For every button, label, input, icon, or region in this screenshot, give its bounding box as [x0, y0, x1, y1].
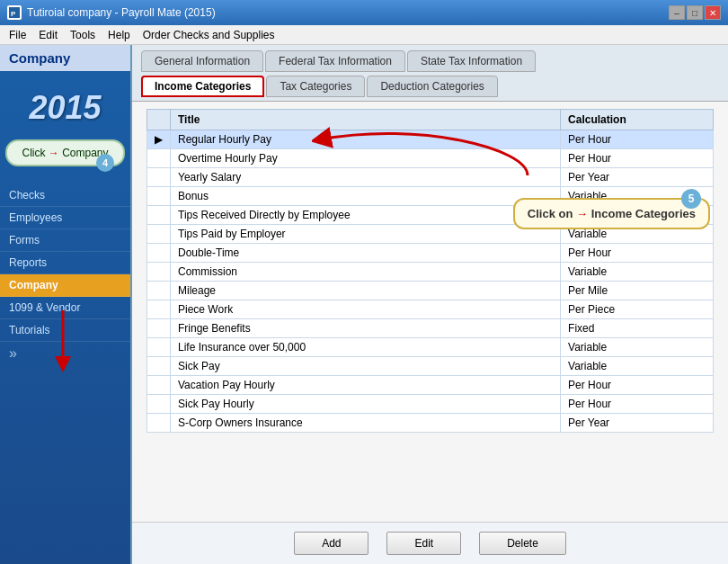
- sidebar-item-1099[interactable]: 1099 & Vendor: [0, 297, 130, 319]
- delete-button[interactable]: Delete: [479, 532, 566, 555]
- menu-tools[interactable]: Tools: [65, 27, 101, 43]
- row-marker: [147, 300, 171, 319]
- sidebar-nav: Checks Employees Forms Reports Company 1…: [0, 184, 130, 564]
- table-row[interactable]: Overtime Hourly Pay Per Hour: [147, 149, 714, 168]
- window-title: Tutiroial company - Payroll Mate (2015): [27, 6, 216, 19]
- year-badge: 2015: [0, 71, 130, 136]
- table-area: Title Calculation ▶ Regular Hourly Pay P…: [132, 102, 728, 522]
- row-calc: Per Hour: [561, 130, 714, 149]
- tab-tax-categories[interactable]: Tax Categories: [266, 76, 365, 97]
- row-calc: Per Year: [561, 414, 714, 433]
- scroll-more[interactable]: »: [0, 342, 130, 365]
- row-marker: [147, 338, 171, 357]
- row-marker: [147, 395, 171, 414]
- menu-file[interactable]: File: [4, 27, 31, 43]
- row-title: Regular Hourly Pay: [171, 130, 561, 149]
- row-title: Double-Time: [171, 244, 561, 263]
- table-row[interactable]: Sick Pay Variable: [147, 357, 714, 376]
- app-icon: P: [7, 5, 22, 20]
- tab-general-info[interactable]: General Information: [141, 50, 263, 72]
- click-company-callout: Click → Company 4: [5, 139, 125, 166]
- row-calc: Fixed: [561, 319, 714, 338]
- row-calc: Variable: [561, 263, 714, 282]
- buttons-area: Add Edit Delete: [132, 522, 728, 564]
- edit-button[interactable]: Edit: [386, 532, 461, 555]
- menu-edit[interactable]: Edit: [33, 27, 63, 43]
- title-bar: P Tutiroial company - Payroll Mate (2015…: [0, 0, 728, 25]
- row-marker: [147, 225, 171, 244]
- row-title: Tips Received Directly by Employee: [171, 206, 561, 225]
- menu-bar: File Edit Tools Help Order Checks and Su…: [0, 25, 728, 45]
- table-row[interactable]: S-Corp Owners Insurance Per Year: [147, 414, 714, 433]
- row-calc: Per Piece: [561, 300, 714, 319]
- row-calc: Per Hour: [561, 376, 714, 395]
- tooltip-step-badge: 5: [681, 189, 701, 209]
- table-row[interactable]: Commission Variable: [147, 263, 714, 282]
- step4-badge: 4: [96, 154, 114, 172]
- row-title: Sick Pay Hourly: [171, 395, 561, 414]
- row-marker: [147, 206, 171, 225]
- tab-row-2: Income Categories Tax Categories Deducti…: [141, 76, 719, 97]
- close-button[interactable]: ✕: [705, 5, 721, 20]
- sidebar-item-tutorials[interactable]: Tutorials: [0, 319, 130, 342]
- sidebar-item-checks[interactable]: Checks: [0, 184, 130, 207]
- row-title: Commission: [171, 263, 561, 282]
- row-calc: Variable: [561, 357, 714, 376]
- row-marker: [147, 282, 171, 300]
- sidebar: Company 2015 Click → Company 4 Checks Em…: [0, 45, 130, 564]
- row-marker: ▶: [147, 130, 171, 149]
- row-marker: [147, 263, 171, 282]
- row-calc: Variable: [561, 338, 714, 357]
- col-marker: [147, 110, 171, 130]
- sidebar-item-reports[interactable]: Reports: [0, 252, 130, 274]
- table-row[interactable]: Vacation Pay Hourly Per Hour: [147, 376, 714, 395]
- svg-text:P: P: [11, 10, 16, 18]
- tab-income-categories[interactable]: Income Categories: [141, 76, 264, 97]
- row-title: Overtime Hourly Pay: [171, 149, 561, 168]
- table-row[interactable]: Yearly Salary Per Year: [147, 168, 714, 187]
- sidebar-item-company[interactable]: Company: [0, 274, 130, 297]
- row-marker: [147, 168, 171, 187]
- col-calculation: Calculation: [561, 110, 714, 130]
- row-title: Sick Pay: [171, 357, 561, 376]
- row-marker: [147, 357, 171, 376]
- click-company-text: Click → Company: [22, 147, 108, 159]
- row-calc: Per Year: [561, 168, 714, 187]
- row-title: Mileage: [171, 282, 561, 300]
- tab-federal-tax[interactable]: Federal Tax Information: [265, 50, 405, 72]
- table-row[interactable]: Mileage Per Mile: [147, 282, 714, 300]
- add-button[interactable]: Add: [294, 532, 368, 555]
- row-marker: [147, 414, 171, 433]
- row-calc: Per Mile: [561, 282, 714, 300]
- sidebar-header: Company: [0, 45, 130, 71]
- content-wrapper: General Information Federal Tax Informat…: [132, 45, 728, 564]
- menu-help[interactable]: Help: [102, 27, 136, 43]
- table-row[interactable]: Piece Work Per Piece: [147, 300, 714, 319]
- menu-order[interactable]: Order Checks and Supplies: [138, 27, 280, 43]
- row-marker: [147, 187, 171, 206]
- sidebar-item-employees[interactable]: Employees: [0, 207, 130, 229]
- maximize-button[interactable]: □: [687, 5, 703, 20]
- table-row[interactable]: Double-Time Per Hour: [147, 244, 714, 263]
- tab-deduction-categories[interactable]: Deduction Categories: [367, 76, 497, 97]
- row-marker: [147, 376, 171, 395]
- row-title: Tips Paid by Employer: [171, 225, 561, 244]
- table-row[interactable]: Life Insurance over 50,000 Variable: [147, 338, 714, 357]
- main-layout: Company 2015 Click → Company 4 Checks Em…: [0, 45, 728, 564]
- tab-row-1: General Information Federal Tax Informat…: [141, 50, 719, 72]
- row-marker: [147, 244, 171, 263]
- content-area: General Information Federal Tax Informat…: [130, 45, 728, 564]
- table-row[interactable]: ▶ Regular Hourly Pay Per Hour: [147, 130, 714, 149]
- row-title: Piece Work: [171, 300, 561, 319]
- income-categories-table: Title Calculation ▶ Regular Hourly Pay P…: [146, 109, 714, 433]
- minimize-button[interactable]: –: [669, 5, 685, 20]
- row-marker: [147, 149, 171, 168]
- tab-state-tax[interactable]: State Tax Information: [407, 50, 536, 72]
- row-title: Vacation Pay Hourly: [171, 376, 561, 395]
- row-title: Fringe Benefits: [171, 319, 561, 338]
- row-title: Yearly Salary: [171, 168, 561, 187]
- row-calc: Per Hour: [561, 395, 714, 414]
- table-row[interactable]: Sick Pay Hourly Per Hour: [147, 395, 714, 414]
- sidebar-item-forms[interactable]: Forms: [0, 229, 130, 252]
- table-row[interactable]: Fringe Benefits Fixed: [147, 319, 714, 338]
